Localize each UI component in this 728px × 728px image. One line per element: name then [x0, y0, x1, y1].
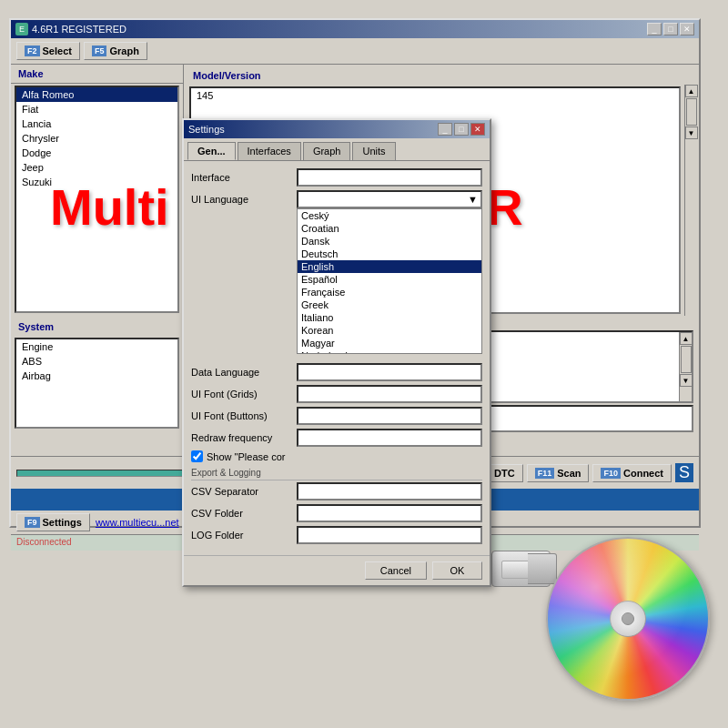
- lang-francaise[interactable]: Française: [298, 286, 481, 298]
- show-please-row: Show "Please cor: [191, 450, 482, 462]
- lang-deutsch[interactable]: Deutsch: [298, 248, 481, 260]
- redraw-freq-input[interactable]: [297, 429, 482, 447]
- ui-font-buttons-input[interactable]: [297, 407, 482, 425]
- log-folder-input[interactable]: [297, 526, 482, 544]
- log-folder-label: LOG Folder: [191, 530, 291, 541]
- make-item-alfa[interactable]: Alfa Romeo: [16, 87, 177, 102]
- side-button[interactable]: S: [675, 463, 693, 482]
- interface-row: Interface: [191, 168, 482, 187]
- title-bar: E 4.6R1 REGISTERED _ □ ✕: [11, 20, 699, 38]
- scan-button[interactable]: F11 Scan: [527, 464, 590, 482]
- make-item-jeep[interactable]: Jeep: [16, 160, 177, 175]
- csv-folder-input[interactable]: [297, 504, 482, 522]
- csv-separator-input[interactable]: [297, 482, 482, 500]
- lang-cesky[interactable]: Ceský: [298, 209, 481, 222]
- cancel-button[interactable]: Cancel: [365, 561, 427, 580]
- csv-folder-row: CSV Folder: [191, 504, 482, 522]
- app-icon: E: [15, 23, 28, 35]
- make-header: Make: [11, 65, 183, 84]
- csv-separator-row: CSV Separator: [191, 482, 482, 500]
- maximize-button[interactable]: □: [663, 23, 678, 35]
- connect-key: F10: [601, 468, 621, 479]
- dialog-title: Settings: [188, 124, 225, 135]
- scroll-down[interactable]: ▼: [685, 126, 698, 139]
- results-scroll-up[interactable]: ▲: [680, 332, 693, 345]
- lang-greek[interactable]: Greek: [298, 298, 481, 311]
- results-scrollbar[interactable]: ▲ ▼: [679, 332, 692, 401]
- data-language-label: Data Language: [191, 367, 291, 378]
- model-item-145[interactable]: 145: [191, 88, 679, 103]
- left-panel: Make Alfa Romeo Fiat Lancia Chrysler Dod…: [11, 65, 184, 456]
- make-item-lancia[interactable]: Lancia: [16, 116, 177, 131]
- lang-dansk[interactable]: Dansk: [298, 235, 481, 248]
- status-text: Disconnected: [16, 537, 72, 547]
- lang-english[interactable]: English: [298, 260, 481, 273]
- lang-croatian[interactable]: Croatian: [298, 222, 481, 235]
- dialog-close[interactable]: ✕: [470, 123, 485, 136]
- system-header: System: [11, 318, 183, 336]
- title-bar-left: E 4.6R1 REGISTERED: [15, 23, 126, 35]
- website-link[interactable]: www.multiecu...net: [96, 517, 179, 528]
- select-button[interactable]: F2 Select: [16, 42, 80, 60]
- ok-button[interactable]: OK: [432, 561, 482, 580]
- graph-button[interactable]: F5 Graph: [84, 42, 147, 60]
- show-please-label: Show "Please cor: [207, 451, 307, 462]
- system-item-airbag[interactable]: Airbag: [16, 369, 177, 383]
- tab-graph[interactable]: Graph: [303, 142, 351, 160]
- make-list[interactable]: Alfa Romeo Fiat Lancia Chrysler Dodge Je…: [15, 86, 179, 313]
- lang-korean[interactable]: Korean: [298, 324, 481, 337]
- data-language-row: Data Language: [191, 363, 482, 381]
- csv-folder-label: CSV Folder: [191, 508, 291, 519]
- title-bar-controls: _ □ ✕: [647, 23, 694, 35]
- ui-language-select[interactable]: ▼: [297, 190, 482, 208]
- make-item-chrysler[interactable]: Chrysler: [16, 131, 177, 146]
- graph-key: F5: [92, 46, 107, 56]
- make-item-fiat[interactable]: Fiat: [16, 102, 177, 116]
- model-scrollbar[interactable]: ▲ ▼: [684, 85, 697, 316]
- tab-units[interactable]: Units: [352, 142, 395, 160]
- make-item-dodge[interactable]: Dodge: [16, 146, 177, 160]
- scroll-thumb[interactable]: [686, 98, 697, 126]
- system-item-engine[interactable]: Engine: [16, 339, 177, 354]
- lang-italiano[interactable]: Italiano: [298, 311, 481, 324]
- ui-font-grids-input[interactable]: [297, 385, 482, 403]
- ui-font-buttons-label: UI Font (Buttons): [191, 410, 291, 421]
- cd-disc: [546, 537, 710, 701]
- lang-nederlands[interactable]: Nederlands: [298, 349, 481, 354]
- language-dropdown[interactable]: Ceský Croatian Dansk Deutsch English Esp…: [297, 208, 482, 354]
- system-list[interactable]: Engine ABS Airbag: [15, 338, 179, 429]
- ui-font-buttons-row: UI Font (Buttons): [191, 407, 482, 425]
- window-title: 4.6R1 REGISTERED: [32, 24, 126, 35]
- scan-label: Scan: [557, 468, 581, 479]
- dropdown-arrow-icon: ▼: [468, 194, 478, 205]
- dialog-content: Interface UI Language ▼ Ceský Croatian D…: [184, 160, 490, 555]
- usb-cd-area: [455, 519, 710, 701]
- lang-espanol[interactable]: Español: [298, 273, 481, 286]
- redraw-freq-row: Redraw frequency: [191, 429, 482, 447]
- ui-language-row: UI Language ▼ Ceský Croatian Dansk Deuts…: [191, 190, 482, 208]
- system-item-abs[interactable]: ABS: [16, 354, 177, 369]
- scroll-up[interactable]: ▲: [685, 85, 698, 97]
- data-language-input[interactable]: [297, 363, 482, 381]
- tab-interfaces[interactable]: Interfaces: [238, 142, 301, 160]
- minimize-button[interactable]: _: [647, 23, 662, 35]
- tab-gen[interactable]: Gen...: [187, 142, 236, 160]
- main-toolbar: F2 Select F5 Graph: [11, 38, 699, 65]
- dialog-minimize[interactable]: _: [438, 123, 452, 136]
- settings-button[interactable]: F9 Settings: [16, 513, 90, 531]
- model-item-3[interactable]: [191, 110, 679, 114]
- dialog-footer: Cancel OK: [184, 555, 490, 585]
- interface-input[interactable]: [297, 168, 482, 187]
- show-please-checkbox[interactable]: [191, 450, 203, 462]
- results-scroll-thumb[interactable]: [681, 346, 692, 373]
- ui-language-container: ▼ Ceský Croatian Dansk Deutsch English E…: [297, 190, 482, 208]
- lang-magyar[interactable]: Magyar: [298, 337, 481, 349]
- make-item-suzuki[interactable]: Suzuki: [16, 175, 177, 189]
- usb-cap: [528, 553, 557, 584]
- graph-label: Graph: [109, 46, 138, 56]
- cd-shine: [548, 539, 708, 699]
- connect-button[interactable]: F10 Connect: [592, 464, 672, 482]
- close-button[interactable]: ✕: [680, 23, 694, 35]
- dialog-maximize[interactable]: □: [454, 123, 469, 136]
- results-scroll-down[interactable]: ▼: [680, 374, 693, 387]
